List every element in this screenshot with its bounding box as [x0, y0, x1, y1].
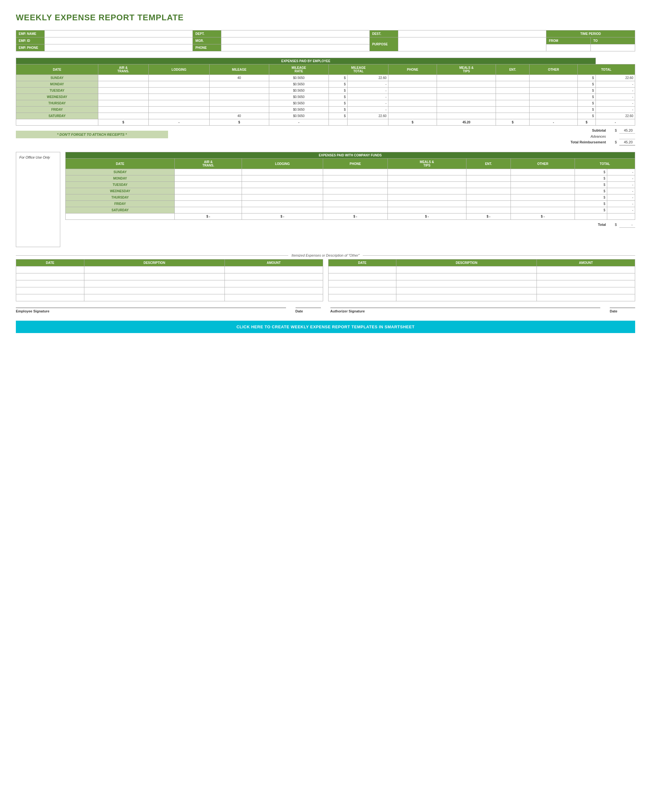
itemized-line-right	[363, 255, 635, 256]
dest-label: DEST.	[369, 31, 398, 37]
employee-sig-label: Employee Signature	[16, 309, 49, 313]
date2-sig-line	[610, 308, 635, 308]
col-air: AIR &TRANS.	[98, 64, 148, 75]
company-expense-row: THURSDAY $ -	[66, 194, 635, 201]
itemized-right-amount: AMOUNT	[537, 259, 635, 266]
dest-value[interactable]	[398, 31, 546, 37]
col-ent: ENT.	[496, 64, 529, 75]
employee-expense-row: FRIDAY $0.5650 $ - $ -	[16, 107, 635, 113]
itemized-line-left	[16, 255, 288, 256]
itemized-right-date: DATE	[328, 259, 396, 266]
company-col-phone: PHONE	[323, 159, 387, 169]
subtotal-label: Subtotal	[568, 128, 608, 134]
itemized-row	[16, 273, 323, 280]
purpose-value[interactable]	[398, 37, 546, 51]
total-reimb-label: Total Reimbursement	[568, 139, 608, 146]
itemized-row	[16, 280, 323, 287]
company-col-other: OTHER	[511, 159, 575, 169]
employee-expense-row: WEDNESDAY $0.5650 $ - $ -	[16, 94, 635, 100]
employee-expense-row: MONDAY $0.5650 $ - $ -	[16, 81, 635, 87]
from-value[interactable]	[546, 44, 591, 51]
date1-sig-line	[296, 308, 321, 308]
itemized-row	[328, 266, 635, 273]
mgr-label: MGR.	[193, 37, 221, 44]
office-use-label: For Office Use Only	[19, 156, 50, 159]
phone-value[interactable]	[221, 44, 369, 51]
itemized-row	[16, 266, 323, 273]
employee-expense-row: SATURDAY 40 $0.5650 $ 22.60 $ 22.60	[16, 113, 635, 119]
subtotal-dollar: $	[608, 128, 619, 134]
company-expense-table: EXPENSES PAID WITH COMPANY FUNDS DATE AI…	[65, 152, 635, 220]
signature-section: Employee Signature Date Authorizer Signa…	[16, 308, 635, 313]
employee-totals-row: $ - $ - $ 45.20 $ - $ -	[16, 119, 635, 126]
itemized-row	[328, 287, 635, 295]
office-use-box: For Office Use Only	[16, 152, 60, 247]
to-value[interactable]	[591, 44, 635, 51]
itemized-header-row: Itemized Expenses or Description of "Oth…	[16, 253, 635, 257]
total-reimb-value: 45.20	[619, 139, 635, 146]
emp-name-value[interactable]	[45, 31, 193, 37]
itemized-table-right: DATE DESCRIPTION AMOUNT	[328, 259, 636, 301]
company-col-total: TOTAL	[575, 159, 635, 169]
itemized-left-date: DATE	[16, 259, 84, 266]
to-label: TO	[591, 37, 635, 44]
col-mileage-rate: MILEAGERATE	[269, 64, 329, 75]
itemized-row	[328, 295, 635, 301]
mgr-value[interactable]	[221, 37, 369, 44]
date1-label: Date	[296, 309, 303, 313]
company-col-date: DATE	[66, 159, 175, 169]
col-lodging: LODGING	[149, 64, 210, 75]
col-meals: MEALS &TIPS	[437, 64, 496, 75]
itemized-left-description: DESCRIPTION	[84, 259, 224, 266]
itemized-row	[16, 295, 323, 301]
col-total: TOTAL	[578, 64, 635, 75]
company-expense-row: MONDAY $ -	[66, 176, 635, 182]
company-expense-row: FRIDAY $ -	[66, 201, 635, 207]
company-col-lodging: LODGING	[242, 159, 323, 169]
purpose-label: PURPOSE	[369, 37, 398, 51]
itemized-row	[328, 273, 635, 280]
employee-expense-row: TUESDAY $0.5650 $ - $ -	[16, 87, 635, 94]
itemized-row	[16, 287, 323, 295]
company-total-value: -	[619, 222, 635, 228]
sig-divider-1: Date	[296, 308, 321, 313]
subtotal-table: Subtotal $ 45.20 Advances Total Reimburs…	[568, 128, 635, 146]
employee-sig-block: Employee Signature	[16, 308, 286, 313]
company-expense-title: EXPENSES PAID WITH COMPANY FUNDS	[66, 152, 635, 159]
authorizer-sig-label: Authorizer Signature	[331, 309, 365, 313]
company-total-table: Total $ -	[595, 222, 635, 228]
itemized-section: Itemized Expenses or Description of "Oth…	[16, 253, 635, 301]
employee-expense-table: EXPENSES PAID BY EMPLOYEE DATE AIR &TRAN…	[16, 58, 635, 126]
company-funds-section: EXPENSES PAID WITH COMPANY FUNDS DATE AI…	[65, 152, 635, 247]
employee-expense-row: SUNDAY 40 $0.5650 $ 22.60 $ 22.60	[16, 75, 635, 81]
page-title: WEEKLY EXPENSE REPORT TEMPLATE	[16, 13, 635, 23]
col-phone: PHONE	[388, 64, 437, 75]
dont-forget-notice: * DON'T FORGET TO ATTACH RECEIPTS *	[16, 131, 168, 138]
emp-info-table: EMP. NAME DEPT. DEST. TIME PERIOD EMP. I…	[16, 30, 635, 51]
cta-banner[interactable]: CLICK HERE TO CREATE WEEKLY EXPENSE REPO…	[16, 321, 635, 333]
emp-phone-label: EMP. PHONE	[16, 44, 45, 51]
emp-id-value[interactable]	[45, 37, 193, 44]
itemized-right-description: DESCRIPTION	[396, 259, 537, 266]
itemized-title: Itemized Expenses or Description of "Oth…	[288, 253, 363, 257]
employee-sig-line	[16, 308, 286, 308]
emp-name-label: EMP. NAME	[16, 31, 45, 37]
emp-phone-value[interactable]	[45, 44, 193, 51]
company-expense-row: WEDNESDAY $ -	[66, 188, 635, 194]
company-col-meals: MEALS &TIPS	[388, 159, 467, 169]
lower-section: For Office Use Only EXPENSES PAID WITH C…	[16, 152, 635, 247]
from-label: FROM	[546, 37, 591, 44]
company-totals-row: $ - $ - $ - $ - $ - $ -	[66, 214, 635, 220]
company-total-label: Total	[595, 222, 608, 228]
company-expense-row: TUESDAY $ -	[66, 182, 635, 188]
company-expense-row: SATURDAY $ -	[66, 207, 635, 214]
company-col-ent: ENT.	[466, 159, 511, 169]
employee-expense-title: EXPENSES PAID BY EMPLOYEE	[16, 58, 596, 64]
itemized-table-left: DATE DESCRIPTION AMOUNT	[16, 259, 323, 301]
dept-value[interactable]	[221, 31, 369, 37]
date2-label: Date	[610, 309, 617, 313]
col-mileage: MILEAGE	[209, 64, 269, 75]
advances-value[interactable]	[619, 134, 635, 139]
authorizer-sig-block: Authorizer Signature	[331, 308, 601, 313]
advances-label: Advances	[568, 134, 608, 139]
